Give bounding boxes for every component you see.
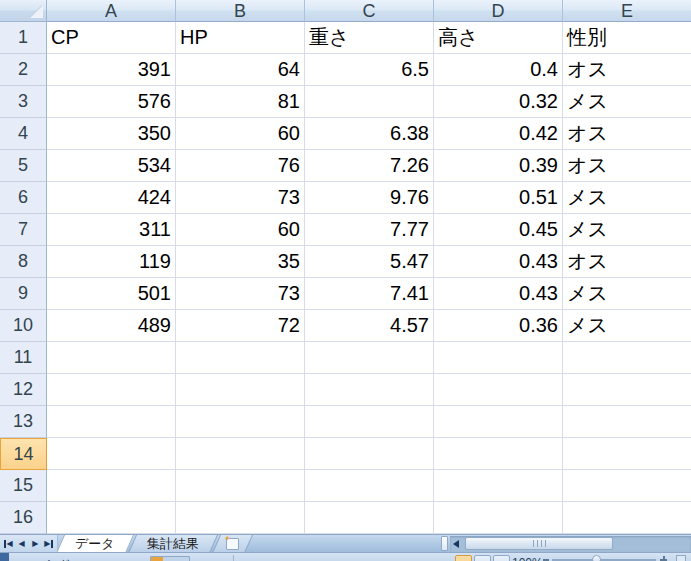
normal-view-button[interactable] [455,555,472,561]
row-header-10[interactable]: 10 [0,310,47,342]
cell-C7[interactable]: 7.77 [305,214,434,246]
row-header-14[interactable]: 14 [0,438,47,470]
cell-A14[interactable] [47,438,176,470]
cell-A7[interactable]: 311 [47,214,176,246]
cell-B3[interactable]: 81 [176,86,305,118]
cell-A11[interactable] [47,342,176,374]
column-header-E[interactable]: E [563,0,691,22]
cell-C8[interactable]: 5.47 [305,246,434,278]
cell-E3[interactable]: メス [563,86,691,118]
cell-A6[interactable]: 424 [47,182,176,214]
cell-C10[interactable]: 4.57 [305,310,434,342]
cell-C5[interactable]: 7.26 [305,150,434,182]
horizontal-scrollbar[interactable] [450,536,691,552]
cell-C2[interactable]: 6.5 [305,54,434,86]
row-header-2[interactable]: 2 [0,54,47,86]
cell-C3[interactable] [305,86,434,118]
cell-D6[interactable]: 0.51 [434,182,563,214]
previous-sheet-button[interactable]: ◀ [16,538,27,550]
column-header-D[interactable]: D [434,0,563,22]
cell-B13[interactable] [176,406,305,438]
insert-worksheet-tab[interactable]: ✦ [212,535,253,552]
cell-E1[interactable]: 性別 [563,22,691,54]
cell-D2[interactable]: 0.4 [434,54,563,86]
cell-B9[interactable]: 73 [176,278,305,310]
cell-D4[interactable]: 0.42 [434,118,563,150]
column-header-C[interactable]: C [305,0,434,22]
next-sheet-button[interactable]: ▶ [30,538,41,550]
first-sheet-button[interactable]: ◀ [3,538,14,550]
cell-E13[interactable] [563,406,691,438]
macro-record-icon[interactable] [150,556,190,561]
cell-E14[interactable] [563,438,691,470]
cell-C16[interactable] [305,502,434,534]
row-header-9[interactable]: 9 [0,278,47,310]
cell-E12[interactable] [563,374,691,406]
cell-A9[interactable]: 501 [47,278,176,310]
scroll-left-arrow-icon[interactable] [453,540,459,548]
cell-E4[interactable]: オス [563,118,691,150]
cell-B4[interactable]: 60 [176,118,305,150]
cell-D1[interactable]: 高さ [434,22,563,54]
cell-A13[interactable] [47,406,176,438]
row-header-3[interactable]: 3 [0,86,47,118]
cell-C11[interactable] [305,342,434,374]
select-all-corner[interactable] [0,0,47,22]
cell-B8[interactable]: 35 [176,246,305,278]
cell-C1[interactable]: 重さ [305,22,434,54]
sheet-tab-data[interactable]: データ [56,535,134,552]
cell-C15[interactable] [305,470,434,502]
cell-E6[interactable]: メス [563,182,691,214]
cell-A5[interactable]: 534 [47,150,176,182]
cell-A4[interactable]: 350 [47,118,176,150]
cell-B5[interactable]: 76 [176,150,305,182]
cell-C12[interactable] [305,374,434,406]
row-header-11[interactable]: 11 [0,342,47,374]
cell-D14[interactable] [434,438,563,470]
cell-E7[interactable]: メス [563,214,691,246]
cell-B2[interactable]: 64 [176,54,305,86]
cell-B15[interactable] [176,470,305,502]
cell-D3[interactable]: 0.32 [434,86,563,118]
cell-D5[interactable]: 0.39 [434,150,563,182]
page-break-preview-button[interactable] [493,555,510,561]
row-header-5[interactable]: 5 [0,150,47,182]
cell-E10[interactable]: メス [563,310,691,342]
cell-B14[interactable] [176,438,305,470]
row-header-12[interactable]: 12 [0,374,47,406]
zoom-level-label[interactable]: 100% [512,556,543,561]
row-header-16[interactable]: 16 [0,502,47,534]
zoom-slider-knob[interactable] [592,555,601,561]
cell-B6[interactable]: 73 [176,182,305,214]
cell-A10[interactable]: 489 [47,310,176,342]
cell-D16[interactable] [434,502,563,534]
cell-D13[interactable] [434,406,563,438]
cell-B10[interactable]: 72 [176,310,305,342]
row-header-6[interactable]: 6 [0,182,47,214]
column-header-A[interactable]: A [47,0,176,22]
cell-D11[interactable] [434,342,563,374]
cell-A16[interactable] [47,502,176,534]
cell-E16[interactable] [563,502,691,534]
cell-C4[interactable]: 6.38 [305,118,434,150]
cell-E9[interactable]: メス [563,278,691,310]
cell-A15[interactable] [47,470,176,502]
cell-B11[interactable] [176,342,305,374]
row-header-13[interactable]: 13 [0,406,47,438]
cell-D7[interactable]: 0.45 [434,214,563,246]
cell-E11[interactable] [563,342,691,374]
tab-scroll-splitter[interactable] [441,536,448,551]
cell-C13[interactable] [305,406,434,438]
cell-D12[interactable] [434,374,563,406]
cell-A3[interactable]: 576 [47,86,176,118]
cell-B12[interactable] [176,374,305,406]
cell-B7[interactable]: 60 [176,214,305,246]
cell-A1[interactable]: CP [47,22,176,54]
cell-E5[interactable]: オス [563,150,691,182]
cell-C14[interactable] [305,438,434,470]
row-header-8[interactable]: 8 [0,246,47,278]
last-sheet-button[interactable]: ▶ [43,538,54,550]
cell-C6[interactable]: 9.76 [305,182,434,214]
cell-A8[interactable]: 119 [47,246,176,278]
cell-E2[interactable]: オス [563,54,691,86]
